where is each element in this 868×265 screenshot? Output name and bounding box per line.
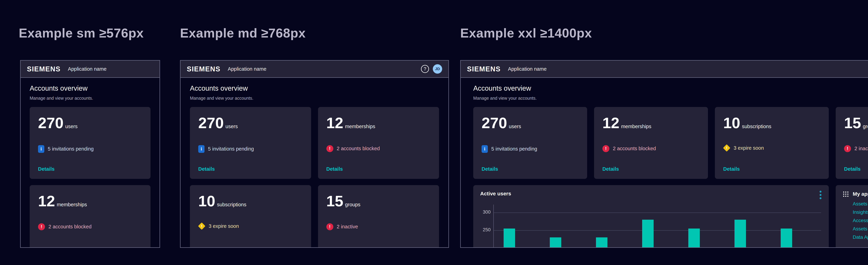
app-link-label: Assets App [853,226,868,232]
page-subtitle: Manage and view your accounts. [30,96,151,101]
stat-card-grid: 270 users i 5 invitations pending Detail… [30,107,151,247]
my-apps-card: My apps Assets flow › Insights › Access … [836,185,868,247]
details-link[interactable]: Details [602,166,619,172]
breakpoint-heading-xxl: Example xxl ≥1400px [460,26,592,40]
y-tick-300: 300 [475,209,491,215]
stat-card-memberships: 12 memberships ! 2 accounts blocked Deta… [30,185,151,247]
my-apps-title: My apps [853,191,868,197]
warning-icon: ! [723,144,730,152]
app-link-data-app[interactable]: Data App › [853,233,868,241]
stat-value: 270 [38,116,64,130]
chart-title: Active users [480,191,511,197]
status-row: ! 2 accounts blocked [38,223,142,230]
app-grid-icon [843,191,849,198]
details-link[interactable]: Details [482,166,498,172]
status-text: 2 accounts blocked [613,146,656,151]
chart-bar [688,229,700,247]
stat-value-row: 10 subscriptions [198,194,303,208]
info-icon: i [38,145,44,153]
stat-value-row: 12 memberships [38,194,142,208]
siemens-logo: SIEMENS [27,65,61,73]
kebab-menu-icon[interactable] [819,190,822,200]
bar-chart-plot: 300 250 [493,205,821,247]
example-panel-md: SIEMENS Application name ? JD Accounts o… [180,60,449,248]
app-link-assets-flow[interactable]: Assets flow › [853,200,868,208]
app-link-insights[interactable]: Insights › [853,208,868,216]
stat-value: 10 [198,194,215,208]
app-link-access-key[interactable]: Access key › [853,216,868,225]
app-link-assets-app[interactable]: Assets App › [853,225,868,233]
error-icon: ! [327,145,333,152]
app-link-label: Assets flow [853,201,868,207]
stat-label: users [509,124,521,129]
stat-value-row: 15 groups [844,116,868,130]
example-panel-sm: SIEMENS Application name Accounts overvi… [20,60,160,248]
stat-value: 12 [38,194,55,208]
status-text: 3 expire soon [209,223,239,229]
stat-label: subscriptions [217,202,246,208]
stat-card-groups: 15 groups ! 2 inactive Details [318,185,439,247]
info-icon: i [482,145,488,153]
status-text: 3 expire soon [734,145,764,151]
example-panel-xxl: SIEMENS Application name ? JD Accounts o… [460,60,868,248]
chart-bar [642,220,654,247]
stat-card-users: 270 users i 5 invitations pending Detail… [190,107,311,179]
status-row: ! 2 accounts blocked [327,145,431,152]
page-subtitle: Manage and view your accounts. [190,96,439,101]
details-link[interactable]: Details [327,166,343,172]
chart-bar [504,229,515,247]
stat-value: 12 [327,116,343,130]
header-actions: ? JD [421,64,442,73]
stat-card-grid: 270 users i 5 invitations pending Detail… [190,107,439,247]
y-tick-250: 250 [475,227,491,233]
details-link[interactable]: Details [38,166,55,172]
help-icon[interactable]: ? [421,65,429,73]
page-title: Accounts overview [190,84,439,92]
app-header: SIEMENS Application name ? JD [461,61,868,78]
page-title: Accounts overview [30,84,151,92]
status-row: i 5 invitations pending [198,145,303,153]
stat-value-row: 12 memberships [327,116,431,130]
design-canvas: Example sm ≥576px Example md ≥768px Exam… [0,0,868,265]
stat-value: 270 [198,116,224,130]
stat-value: 15 [844,116,861,130]
avatar[interactable]: JD [433,64,442,73]
stat-label: subscriptions [742,124,771,129]
chart-bar [781,229,792,247]
error-icon: ! [844,145,851,152]
stat-card-subscriptions: 10 subscriptions ! 3 expire soon Details [715,107,829,179]
stat-value: 12 [602,116,619,130]
gridline-250 [494,230,821,231]
status-text: 5 invitations pending [208,146,254,152]
details-link[interactable]: Details [844,166,861,172]
stat-card-groups: 15 groups ! 2 inactive Details [836,107,868,179]
status-row: ! 2 inactive [327,223,431,230]
details-link[interactable]: Details [198,166,215,172]
stat-value: 10 [723,116,740,130]
status-row: i 5 invitations pending [482,145,579,153]
status-text: 2 inactive [337,224,358,230]
chart-bar [735,220,746,247]
status-row: ! 2 inactive [844,145,868,152]
siemens-logo: SIEMENS [187,65,220,73]
stat-card-subscriptions: 10 subscriptions ! 3 expire soon Details [190,185,311,247]
stat-label: groups [345,202,361,208]
stat-value-row: 15 groups [327,194,431,208]
stat-value-row: 270 users [482,116,579,130]
stat-value: 15 [327,194,343,208]
active-users-chart-card: Active users 300 250 [473,185,829,247]
stat-label: users [65,124,78,129]
stat-value-row: 10 subscriptions [723,116,820,130]
app-name: Application name [68,66,106,72]
details-link[interactable]: Details [723,166,740,172]
panel-content: Accounts overview Manage and view your a… [461,78,868,247]
stat-label: groups [863,124,868,129]
stat-label: memberships [621,124,651,129]
error-icon: ! [38,223,45,230]
page-title: Accounts overview [473,84,868,92]
chart-bar [550,237,561,247]
stat-card-users: 270 users i 5 invitations pending Detail… [30,107,151,179]
app-header: SIEMENS Application name ? JD [181,61,448,78]
stat-value-row: 270 users [198,116,303,130]
stat-value: 270 [482,116,507,130]
